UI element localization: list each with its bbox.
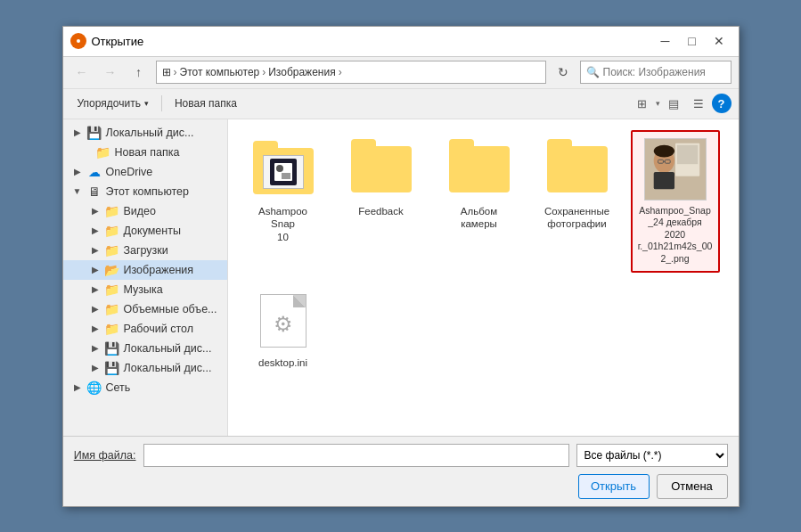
file-item-saved-photos[interactable]: Сохраненные фотографии: [533, 130, 622, 273]
expand-icon: ▶: [90, 265, 101, 274]
view-details-button[interactable]: ☰: [687, 93, 710, 114]
folder-shape: [547, 146, 608, 192]
expand-icon: ▶: [90, 323, 101, 333]
sidebar-item-local-disk-d[interactable]: ▶ 💾 Локальный дис...: [63, 339, 227, 358]
toolbar-divider: [161, 95, 162, 111]
gear-icon: ⚙: [274, 312, 293, 337]
expand-icon: ▶: [72, 127, 83, 137]
view-controls: ⊞ ▾ ▤ ☰ ?: [631, 93, 732, 114]
filename-input[interactable]: [143, 444, 569, 467]
ini-corner2: [293, 295, 306, 307]
folder-icon: 📁: [96, 145, 110, 160]
sidebar-label: Сеть: [106, 381, 131, 394]
computer-icon: 🖥: [87, 184, 102, 199]
ini-file-icon: ⚙: [260, 294, 307, 348]
drive-icon: 💾: [87, 126, 102, 140]
sidebar-item-downloads[interactable]: ▶ 📁 Загрузки: [63, 241, 227, 260]
sidebar-label: Рабочий стол: [124, 323, 193, 335]
file-name-feedback: Feedback: [358, 205, 404, 218]
search-box: 🔍: [580, 61, 732, 84]
sidebar-label: Видео: [124, 205, 157, 217]
cancel-button[interactable]: Отмена: [657, 474, 728, 499]
folder-icon-large: [447, 137, 511, 201]
view-list-button[interactable]: ▤: [662, 93, 685, 114]
bottom-bar: Имя файла: Все файлы (*.*) Открыть Отмен…: [63, 436, 739, 506]
sidebar-label: OneDrive: [106, 166, 153, 178]
file-item-feedback[interactable]: Feedback: [337, 130, 426, 273]
thumbnail-container: [644, 138, 707, 201]
file-item-album[interactable]: Альбом камеры: [435, 130, 524, 273]
sidebar-item-documents[interactable]: ▶ 📁 Документы: [63, 221, 227, 241]
sidebar-item-video[interactable]: ▶ 📁 Видео: [63, 201, 227, 221]
breadcrumb-sep1: ›: [174, 66, 177, 78]
view-dropdown-arrow: ▾: [656, 99, 660, 108]
folder-icon-large: [349, 137, 413, 201]
window-controls: ─ □ ✕: [653, 31, 732, 51]
file-item-ashampoo-snap[interactable]: Ashampoo Snap 10: [239, 130, 328, 273]
help-button[interactable]: ?: [712, 94, 732, 113]
organize-arrow: ▾: [144, 99, 149, 108]
forward-button[interactable]: →: [99, 61, 122, 84]
close-button[interactable]: ✕: [707, 31, 732, 51]
sidebar-item-onedrive[interactable]: ▶ ☁ OneDrive: [63, 162, 227, 182]
ini-icon-large: ⚙: [251, 289, 315, 353]
network-icon: 🌐: [87, 381, 102, 395]
up-button[interactable]: ↑: [127, 61, 151, 84]
file-name-album: Альбом камеры: [442, 205, 517, 232]
file-item-desktop-ini[interactable]: ⚙ desktop.ini: [239, 282, 328, 377]
svg-point-7: [653, 144, 674, 157]
sidebar-item-music[interactable]: ▶ 📁 Музыка: [63, 280, 227, 299]
sidebar-item-local-disk-c[interactable]: ▶ 💾 Локальный дис...: [63, 123, 227, 143]
sidebar-item-this-computer[interactable]: ▼ 🖥 Этот компьютер: [63, 182, 227, 201]
dialog-title: Открытие: [92, 35, 653, 48]
expand-icon: ▼: [72, 186, 83, 196]
breadcrumb-sep2: ›: [262, 66, 266, 78]
organize-button[interactable]: Упорядочить ▾: [70, 93, 156, 114]
sidebar-label: Локальный дис...: [124, 342, 212, 355]
expand-icon: ▶: [90, 284, 101, 294]
folder-icon: 📁: [105, 322, 119, 336]
expand-icon: ▶: [90, 363, 101, 372]
new-folder-label: Новая папка: [175, 97, 237, 110]
expand-icon: ▶: [72, 167, 83, 176]
new-folder-button[interactable]: Новая папка: [168, 93, 244, 114]
organize-label: Упорядочить: [78, 97, 141, 110]
sidebar-item-network[interactable]: ▶ 🌐 Сеть: [63, 378, 227, 397]
svg-rect-6: [653, 171, 674, 188]
sidebar-label: Новая папка: [115, 146, 180, 159]
expand-icon: ▶: [72, 382, 83, 392]
sidebar-item-objects[interactable]: ▶ 📁 Объемные объе...: [63, 299, 227, 319]
button-row: Открыть Отмена: [74, 474, 728, 499]
filetype-select[interactable]: Все файлы (*.*): [576, 444, 728, 467]
open-button[interactable]: Открыть: [578, 474, 650, 499]
svg-rect-4: [676, 144, 697, 163]
svg-point-1: [77, 39, 80, 43]
folder-open-icon: 📂: [105, 263, 119, 277]
folder-icon-large: [545, 137, 609, 201]
drive-icon: 💾: [105, 341, 119, 356]
expand-icon: ▶: [90, 343, 101, 353]
sidebar-item-desktop[interactable]: ▶ 📁 Рабочий стол: [63, 319, 227, 339]
sidebar-label: Музыка: [124, 283, 163, 296]
maximize-button[interactable]: □: [680, 31, 705, 51]
folder-shape: [351, 146, 412, 192]
sidebar-label: Локальный дис...: [106, 127, 194, 139]
minimize-button[interactable]: ─: [653, 31, 678, 51]
search-input[interactable]: [603, 66, 737, 78]
view-grid-button[interactable]: ⊞: [631, 93, 654, 114]
folder-icon: 📁: [105, 282, 119, 297]
sidebar-label: Локальный дис...: [124, 362, 212, 374]
back-button[interactable]: ←: [70, 61, 94, 84]
file-item-png[interactable]: Ashampoo_Snap _24 декабря 2020 г._01h21m…: [631, 130, 720, 273]
expand-icon: ▶: [90, 206, 101, 216]
sidebar: ▶ 💾 Локальный дис... 📁 Новая папка ▶ ☁ O…: [63, 119, 228, 436]
breadcrumb[interactable]: ⊞ › Этот компьютер › Изображения ›: [156, 61, 546, 84]
sidebar-item-images[interactable]: ▶ 📂 Изображения: [63, 260, 227, 280]
sidebar-label: Этот компьютер: [106, 185, 189, 198]
sidebar-item-local-disk-e[interactable]: ▶ 💾 Локальный дис...: [63, 358, 227, 378]
refresh-button[interactable]: ↻: [552, 61, 575, 84]
filename-row: Имя файла: Все файлы (*.*): [74, 444, 728, 467]
onedrive-icon: ☁: [87, 165, 102, 179]
file-area: Ashampoo Snap 10 Feedback Альбом камеры: [228, 119, 739, 436]
sidebar-item-new-folder[interactable]: 📁 Новая папка: [63, 143, 227, 162]
